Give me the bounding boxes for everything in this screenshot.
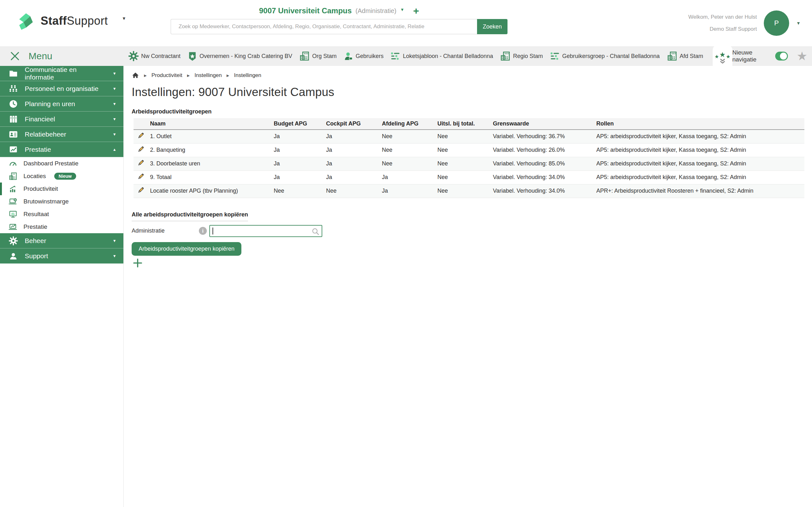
cell-uitsl: Nee bbox=[438, 184, 493, 198]
favorite-icon[interactable]: ★ bbox=[797, 50, 808, 62]
breadcrumb-instellingen-1[interactable]: Instellingen bbox=[194, 72, 222, 78]
info-icon[interactable]: i bbox=[199, 227, 207, 235]
breadcrumb-separator-icon: ▶ bbox=[144, 73, 147, 78]
sidebar-item-relatiebeheer[interactable]: Relatiebeheer ▼ bbox=[0, 127, 123, 142]
menu-toggle[interactable]: Menu bbox=[0, 51, 124, 61]
administration-title[interactable]: 9007 Universiteit Campus bbox=[259, 6, 352, 15]
top-header: StaffSupport ▼ 9007 Universiteit Campus … bbox=[0, 0, 812, 46]
brand-logo[interactable]: StaffSupport ▼ bbox=[16, 11, 126, 31]
copy-apg-button[interactable]: Arbeidsproductiviteitgroepen kopiëren bbox=[132, 242, 241, 256]
add-administration-icon[interactable]: + bbox=[413, 6, 419, 16]
administration-suffix: (Administratie) bbox=[356, 7, 397, 14]
shortcut-org-stam[interactable]: Org Stam bbox=[299, 51, 337, 61]
building-icon bbox=[8, 172, 18, 181]
building-icon bbox=[299, 51, 310, 61]
submenu-item-brutowinstmarge[interactable]: Brutowinstmarge bbox=[0, 195, 123, 208]
administration-caret-icon[interactable]: ▼ bbox=[400, 7, 404, 12]
app-window: StaffSupport ▼ 9007 Universiteit Campus … bbox=[0, 0, 812, 507]
breadcrumb-instellingen-2[interactable]: Instellingen bbox=[234, 72, 261, 78]
close-menu-icon bbox=[9, 51, 20, 61]
chevron-down-icon: ▼ bbox=[113, 117, 116, 121]
monitor-chart-icon bbox=[8, 210, 18, 219]
breadcrumb-separator-icon: ▶ bbox=[187, 73, 190, 78]
sidebar-item-planning[interactable]: Planning en uren ▼ bbox=[0, 96, 123, 112]
chart-growth-icon bbox=[8, 184, 18, 193]
sidebar-item-support[interactable]: Support ▼ bbox=[0, 248, 123, 264]
table-row: 1. Outlet Ja Ja Nee Nee Variabel. Verhou… bbox=[134, 130, 804, 143]
laptop-percent-icon bbox=[8, 197, 18, 206]
sidebar-item-prestatie[interactable]: Prestatie ▲ bbox=[0, 142, 123, 157]
cell-rollen: AP5: arbeidsproductiviteit kijker, Kassa… bbox=[596, 143, 804, 157]
user-menu-caret-icon[interactable]: ▼ bbox=[796, 20, 801, 26]
avatar[interactable]: P bbox=[764, 10, 789, 36]
sidebar-item-financieel[interactable]: Financieel ▼ bbox=[0, 112, 123, 127]
chevron-down-icon: ▼ bbox=[113, 102, 116, 106]
submenu-item-productiviteit[interactable]: Productiviteit bbox=[0, 182, 123, 195]
edit-pencil-icon[interactable] bbox=[137, 186, 145, 194]
cell-budget: Ja bbox=[274, 157, 326, 170]
sidebar-item-personeel[interactable]: Personeel en organisatie ▼ bbox=[0, 81, 123, 96]
user-lock-icon bbox=[344, 51, 353, 61]
new-navigation-label: Nieuwe navigatie bbox=[732, 49, 766, 63]
administratie-input-wrap bbox=[209, 225, 322, 237]
apg-table: Naam Budget APG Cockpit APG Afdeling APG… bbox=[134, 118, 804, 198]
cell-cockpit: Ja bbox=[326, 157, 382, 170]
binders-icon bbox=[8, 114, 18, 124]
user-area: Welkom, Peter van der Hulst Demo Staff S… bbox=[688, 0, 801, 46]
contact-card-icon bbox=[8, 130, 18, 139]
cell-rollen: APR+: Arbeidsproductiviteit Roosteren + … bbox=[596, 184, 804, 198]
cell-naam: 2. Banqueting bbox=[150, 143, 274, 157]
people-icon bbox=[8, 84, 18, 94]
gauge-icon bbox=[8, 159, 18, 168]
brand-name: StaffSupport bbox=[41, 14, 108, 27]
edit-pencil-icon[interactable] bbox=[137, 172, 145, 181]
submenu-item-locaties[interactable]: Locaties Nieuw bbox=[0, 170, 123, 182]
sidebar-item-beheer[interactable]: Beheer ▼ bbox=[0, 233, 123, 248]
shortcut-loketsjabloon[interactable]: Loketsjabloon - Chantal Belladonna bbox=[391, 51, 493, 61]
shortcut-gebruikersgroep[interactable]: Gebruikersgroep - Chantal Belladonna bbox=[550, 51, 660, 61]
search-icon bbox=[311, 228, 320, 236]
edit-pencil-icon[interactable] bbox=[137, 159, 145, 167]
col-budget-apg: Budget APG bbox=[274, 118, 326, 130]
shortcut-nw-contractant[interactable]: Nw Contractant bbox=[128, 51, 181, 61]
cell-grenswaarde: Variabel. Verhouding: 36.7% bbox=[493, 130, 596, 143]
favorites-stars-icon: ★★★ bbox=[715, 51, 730, 58]
shortcut-overnemen[interactable]: Overnemen - King Crab Catering BV bbox=[188, 51, 292, 61]
shortcut-regio-stam[interactable]: Regio Stam bbox=[500, 51, 543, 61]
shortcut-gebruikers[interactable]: Gebruikers bbox=[344, 51, 384, 61]
laptop-arrow-icon bbox=[8, 222, 18, 231]
new-navigation-toggle[interactable] bbox=[775, 52, 788, 60]
cell-afdeling: Ja bbox=[382, 184, 438, 198]
cell-cockpit: Ja bbox=[326, 170, 382, 184]
cell-naam: 3. Doorbelaste uren bbox=[150, 157, 274, 170]
brand-caret-icon[interactable]: ▼ bbox=[122, 16, 126, 21]
search-button[interactable]: Zoeken bbox=[477, 19, 507, 34]
administratie-input[interactable] bbox=[210, 226, 322, 236]
cell-afdeling: Nee bbox=[382, 157, 438, 170]
cell-naam: 1. Outlet bbox=[150, 130, 274, 143]
breadcrumb-productiviteit[interactable]: Productiviteit bbox=[151, 72, 182, 78]
home-icon[interactable] bbox=[132, 72, 139, 79]
staffsupport-logo-icon bbox=[16, 11, 36, 31]
cell-grenswaarde: Variabel. Verhouding: 34.0% bbox=[493, 184, 596, 198]
shortcut-afd-stam[interactable]: Afd Stam bbox=[667, 51, 703, 61]
edit-pencil-icon[interactable] bbox=[137, 131, 145, 140]
chevron-down-icon: ▼ bbox=[113, 87, 116, 91]
cell-uitsl: Nee bbox=[438, 170, 493, 184]
cell-naam: 9. Totaal bbox=[150, 170, 274, 184]
chevron-down-icon: ▼ bbox=[113, 254, 116, 258]
apg-section-title: Arbeidsproductiviteitgroepen bbox=[132, 108, 804, 115]
cell-afdeling: Nee bbox=[382, 130, 438, 143]
submenu-item-dashboard-prestatie[interactable]: Dashboard Prestatie bbox=[0, 157, 123, 170]
clock-icon bbox=[8, 99, 18, 109]
sidebar-item-communicatie[interactable]: Communicatie en informatie ▼ bbox=[0, 66, 123, 81]
cell-cockpit: Nee bbox=[326, 184, 382, 198]
chevron-down-icon: ▼ bbox=[113, 239, 116, 243]
add-icon[interactable] bbox=[132, 258, 143, 268]
edit-pencil-icon[interactable] bbox=[137, 145, 145, 153]
submenu-item-prestatie[interactable]: Prestatie bbox=[0, 221, 123, 233]
nieuw-badge: Nieuw bbox=[54, 173, 76, 180]
submenu-item-resultaat[interactable]: Resultaat bbox=[0, 208, 123, 221]
folder-icon bbox=[8, 69, 18, 78]
global-search-input[interactable] bbox=[171, 19, 477, 34]
